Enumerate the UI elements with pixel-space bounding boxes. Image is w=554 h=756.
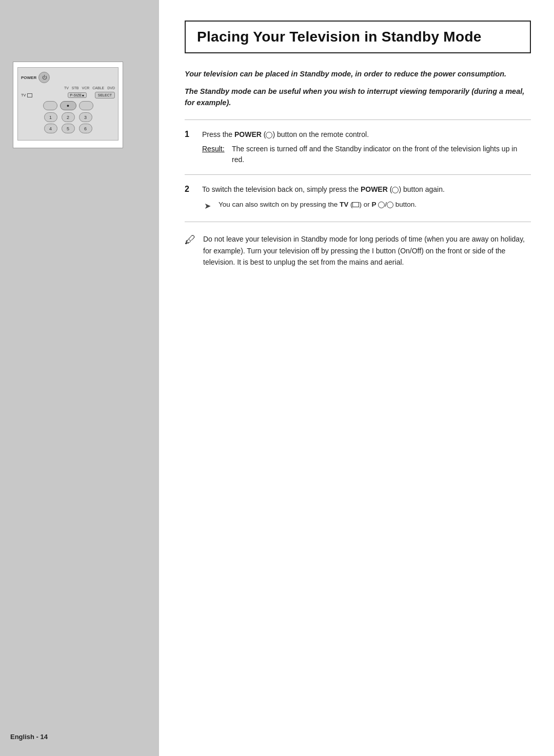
step-2: 2 To switch the television back on, simp…	[185, 184, 531, 212]
num-row-2: 4 5 6	[21, 124, 115, 133]
note-block: 🖊 Do not leave your television in Standb…	[185, 231, 531, 268]
result-text: The screen is turned off and the Standby…	[232, 144, 531, 165]
control-row: TV P-SIZE■ SELECT	[21, 92, 115, 98]
result-label: Result:	[202, 144, 227, 165]
page-title-box: Placing Your Television in Standby Mode	[185, 21, 531, 53]
step-2-arrow-note: ➤ You can also switch on by pressing the…	[202, 200, 531, 213]
step-1-number: 1	[185, 130, 195, 165]
divider-3	[185, 222, 531, 222]
sidebar: POWER ⏻ TV STB VCR CABLE DVD TV P-SIZE■ …	[0, 0, 159, 756]
step-1-result: Result: The screen is turned off and the…	[202, 144, 531, 165]
num-row-1: 1 2 3	[21, 112, 115, 122]
divider-2	[185, 174, 531, 175]
note-icon: 🖊	[185, 233, 197, 268]
page-footer: English - 14	[10, 733, 48, 741]
step-2-content: To switch the television back on, simply…	[202, 184, 531, 212]
step-1: 1 Press the POWER () button on the remot…	[185, 129, 531, 165]
arrow-icon: ➤	[204, 200, 213, 213]
source-row: TV STB VCR CABLE DVD	[21, 86, 115, 90]
arrow-text: You can also switch on by pressing the T…	[219, 200, 531, 213]
intro-paragraph-2: The Standby mode can be useful when you …	[185, 86, 531, 109]
step-1-content: Press the POWER () button on the remote …	[202, 129, 531, 165]
step-2-number: 2	[185, 185, 195, 212]
remote-diagram: POWER ⏻ TV STB VCR CABLE DVD TV P-SIZE■ …	[13, 62, 123, 148]
intro-block: Your television can be placed in Standby…	[185, 69, 531, 108]
divider-1	[185, 120, 531, 120]
power-label: POWER	[21, 75, 36, 80]
steps-block: 1 Press the POWER () button on the remot…	[185, 129, 531, 212]
power-button-icon: ⏻	[38, 72, 50, 83]
intro-paragraph-1: Your television can be placed in Standby…	[185, 69, 531, 80]
main-content: Placing Your Television in Standby Mode …	[159, 0, 554, 756]
note-text: Do not leave your television in Standby …	[203, 233, 531, 268]
page-title: Placing Your Television in Standby Mode	[197, 29, 519, 45]
nav-row: ●	[21, 101, 115, 110]
